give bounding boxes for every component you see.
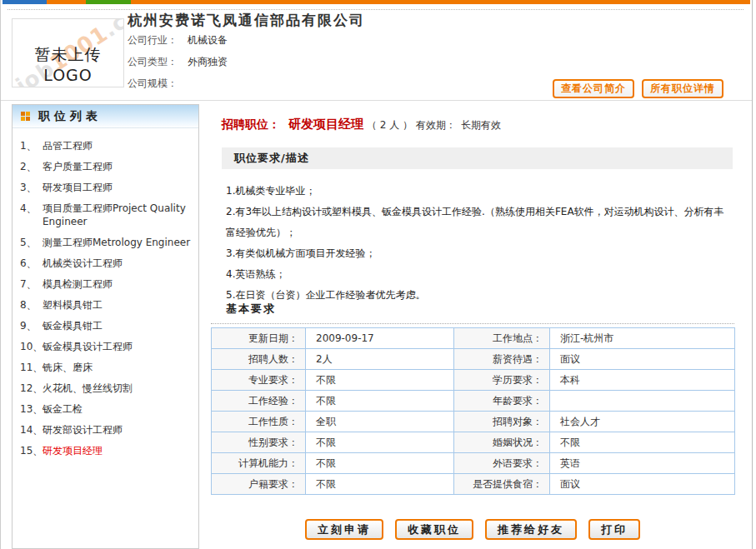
requirement-label: 计算机能力： <box>212 453 306 474</box>
save-job-button[interactable]: 收藏职位 <box>395 519 473 540</box>
table-row: 户籍要求：不限是否提供食宿：面议 <box>212 474 735 495</box>
job-item-label: 火花机、慢丝线切割 <box>43 382 133 395</box>
job-item-label: 铣床、磨床 <box>43 361 93 374</box>
job-item-number: 13、 <box>20 402 43 416</box>
sidebar-item-job[interactable]: 15、研发项目经理 <box>20 444 193 457</box>
company-field-value: 机械设备 <box>188 33 228 55</box>
job-item-label: 项目质量工程师Project Quality Engineer <box>43 202 193 228</box>
requirement-value: 不限 <box>306 474 454 495</box>
requirement-label: 户籍要求： <box>212 474 306 495</box>
requirement-label: 招聘人数： <box>212 349 306 370</box>
job-item-number: 10、 <box>20 340 43 353</box>
job-title-prefix: 招聘职位： <box>222 117 280 132</box>
table-row: 计算机能力：不限外语要求：英语 <box>212 453 735 474</box>
job-item-number: 15、 <box>20 444 43 457</box>
sidebar-item-job[interactable]: 8、塑料模具钳工 <box>20 298 193 312</box>
job-headcount: （ 2 人 ） <box>367 118 413 132</box>
job-item-label: 钣金模具钳工 <box>43 319 103 332</box>
requirement-label: 招聘对象： <box>454 412 550 432</box>
job-title-row: 招聘职位： 研发项目经理 （ 2 人 ） 有效期： 长期有效 <box>222 117 501 132</box>
sidebar-item-job[interactable]: 6、机械类设计工程师 <box>20 257 193 270</box>
job-item-label: 钣金模具设计工程师 <box>43 340 133 353</box>
sidebar-item-job[interactable]: 11、铣床、磨床 <box>20 361 193 374</box>
job-item-number: 2、 <box>20 160 43 173</box>
company-field-label: 公司行业： <box>128 33 188 55</box>
requirement-label: 是否提供食宿： <box>454 474 550 495</box>
job-item-number: 5、 <box>20 236 43 249</box>
requirement-value: 面议 <box>550 349 735 370</box>
description-line: 2.有3年以上结构设计或塑料模具、钣金模具设计工作经验.（熟练使用相关FEA软件… <box>226 202 731 243</box>
company-name: 杭州安费诺飞凤通信部品有限公司 <box>128 11 365 30</box>
requirement-value: 2人 <box>306 349 454 370</box>
job-item-label: 测量工程师Metrology Engineer <box>43 236 190 249</box>
sidebar-item-job[interactable]: 2、客户质量工程师 <box>20 160 193 173</box>
description-line: 3.有类似机械方面项目开发经验； <box>226 243 731 264</box>
description-line: 1.机械类专业毕业； <box>226 181 731 202</box>
table-row: 工作性质：全职招聘对象：社会人才 <box>212 412 735 432</box>
company-field-label: 公司类型： <box>128 55 188 77</box>
job-item-number: 11、 <box>20 361 43 374</box>
sidebar-item-job[interactable]: 1、品管工程师 <box>20 139 193 152</box>
job-detail-panel: 招聘职位： 研发项目经理 （ 2 人 ） 有效期： 长期有效 职位要求/描述 1… <box>211 104 749 549</box>
sidebar-item-job[interactable]: 10、钣金模具设计工程师 <box>20 340 193 353</box>
sidebar-item-job[interactable]: 7、模具检测工程师 <box>20 277 193 291</box>
sidebar-header: 职位列表 <box>13 105 198 128</box>
page: job1001.com 暂未上传LOGO 杭州安费诺飞凤通信部品有限公司 公司行… <box>0 0 753 549</box>
section-title-basic-requirements: 基本要求 <box>226 302 276 317</box>
requirement-label: 工作经验： <box>212 391 306 412</box>
description-line: 4.英语熟练； <box>226 264 731 285</box>
job-item-number: 3、 <box>20 181 43 194</box>
job-description: 1.机械类专业毕业；2.有3年以上结构设计或塑料模具、钣金模具设计工作经验.（熟… <box>226 181 731 306</box>
grid-squares-icon <box>21 112 30 121</box>
requirement-value: 社会人才 <box>550 412 735 432</box>
company-field-row: 公司类型：外商独资 <box>128 55 228 77</box>
requirement-value: 浙江-杭州市 <box>550 328 735 349</box>
table-row: 招聘人数：2人薪资待遇：面议 <box>212 349 735 370</box>
sidebar-item-job[interactable]: 4、项目质量工程师Project Quality Engineer <box>20 202 193 228</box>
sidebar-item-job[interactable]: 3、研发项目工程师 <box>20 181 193 194</box>
all-jobs-button[interactable]: 所有职位详情 <box>642 79 723 98</box>
sidebar-item-job[interactable]: 5、测量工程师Metrology Engineer <box>20 236 193 249</box>
top-bar-segment-blue <box>3 0 47 4</box>
requirement-label: 外语要求： <box>454 453 550 474</box>
requirement-label: 薪资待遇： <box>454 349 550 370</box>
company-fields: 公司行业：机械设备公司类型：外商独资公司规模： <box>128 33 228 98</box>
requirement-label: 年龄要求： <box>454 391 550 412</box>
job-item-label: 机械类设计工程师 <box>43 257 123 270</box>
requirement-value: 英语 <box>550 453 735 474</box>
description-line: 5.在日资（台资）企业工作经验者优先考虑。 <box>226 285 731 306</box>
job-item-label: 塑料模具钳工 <box>43 298 103 312</box>
requirement-value: 本科 <box>550 370 735 391</box>
job-item-label: 模具检测工程师 <box>43 277 113 291</box>
job-item-number: 14、 <box>20 423 43 437</box>
basic-table-body: 更新日期：2009-09-17工作地点：浙江-杭州市招聘人数：2人薪资待遇：面议… <box>212 328 735 495</box>
view-company-profile-button[interactable]: 查看公司简介 <box>553 79 634 98</box>
job-item-number: 7、 <box>20 277 43 291</box>
sidebar-item-job[interactable]: 13、钣金工检 <box>20 402 193 416</box>
sidebar-item-job[interactable]: 12、火花机、慢丝线切割 <box>20 382 193 395</box>
sidebar-item-job[interactable]: 9、钣金模具钳工 <box>20 319 193 332</box>
apply-now-button[interactable]: 立刻申请 <box>305 519 383 540</box>
company-field-row: 公司规模： <box>128 77 228 98</box>
validity-label: 有效期： <box>416 118 456 132</box>
job-title: 研发项目经理 <box>288 117 363 132</box>
print-button[interactable]: 打印 <box>588 519 640 540</box>
basic-requirements-table: 更新日期：2009-09-17工作地点：浙江-杭州市招聘人数：2人薪资待遇：面议… <box>211 327 735 495</box>
table-row: 性别要求：不限婚姻状况：不限 <box>212 432 735 453</box>
job-item-number: 4、 <box>20 202 43 228</box>
recommend-to-friend-button[interactable]: 推荐给好友 <box>485 519 577 540</box>
sidebar-item-job[interactable]: 14、研发部设计工程师 <box>20 423 193 437</box>
header-buttons: 查看公司简介所有职位详情 <box>553 79 723 98</box>
table-row: 专业要求：不限学历要求：本科 <box>212 370 735 391</box>
top-bar-segment-orange <box>47 0 86 4</box>
validity-value: 长期有效 <box>461 118 501 132</box>
job-item-label: 钣金工检 <box>43 402 83 416</box>
job-item-label: 研发项目工程师 <box>43 181 113 194</box>
job-item-label: 研发部设计工程师 <box>43 423 123 437</box>
job-item-label: 研发项目经理 <box>43 444 103 457</box>
section-title-description: 职位要求/描述 <box>222 147 733 169</box>
top-bar-segment-orange2 <box>131 0 750 4</box>
job-item-label: 品管工程师 <box>43 139 93 152</box>
job-item-number: 12、 <box>20 382 43 395</box>
requirement-value: 不限 <box>306 432 454 453</box>
